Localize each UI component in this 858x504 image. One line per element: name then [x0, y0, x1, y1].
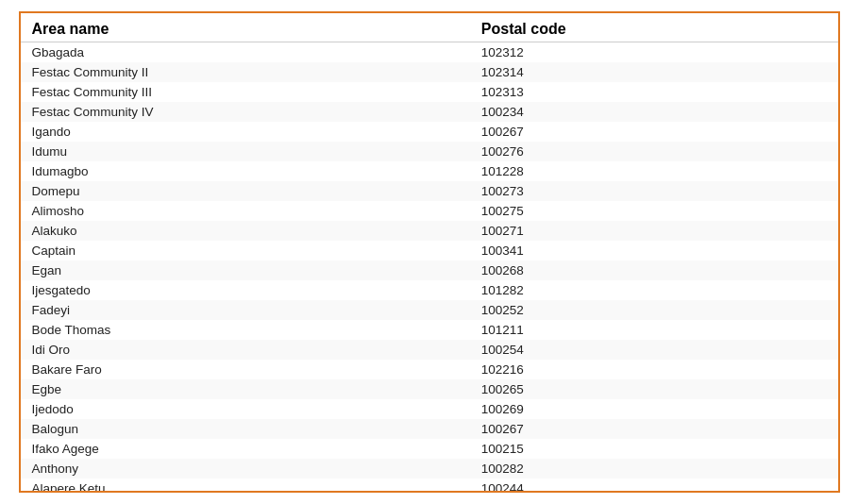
table-row: Egan100268: [21, 260, 838, 280]
table-row: Idi Oro100254: [21, 340, 838, 360]
table-row: Ifako Agege100215: [21, 439, 838, 459]
table-row: Balogun100267: [21, 419, 838, 439]
postal-code-header: Postal code: [470, 13, 838, 42]
postal-code-cell: 100244: [470, 479, 838, 493]
table-row: Fadeyi100252: [21, 300, 838, 320]
area-name-header: Area name: [21, 13, 470, 42]
table-row: Festac Community II102314: [21, 62, 838, 82]
table-row: Captain100341: [21, 241, 838, 260]
postal-code-cell: 100252: [470, 300, 838, 320]
postal-code-cell: 100282: [470, 459, 838, 479]
area-name-cell: Alakuko: [21, 221, 470, 241]
area-name-cell: Balogun: [21, 419, 470, 439]
postal-code-cell: 101211: [470, 320, 838, 340]
table-row: Igando100267: [21, 122, 838, 142]
area-name-cell: Alapere Ketu: [21, 479, 470, 493]
postal-code-cell: 100271: [470, 221, 838, 241]
postal-code-cell: 100265: [470, 379, 838, 399]
area-name-cell: Festac Community IV: [21, 102, 470, 122]
postal-code-cell: 100268: [470, 260, 838, 280]
postal-code-cell: 100269: [470, 399, 838, 419]
area-name-cell: Ijedodo: [21, 399, 470, 419]
postal-code-cell: 102312: [470, 42, 838, 63]
area-name-cell: Ijesgatedo: [21, 280, 470, 300]
postal-code-cell: 100267: [470, 419, 838, 439]
postal-code-cell: 102216: [470, 360, 838, 379]
table-row: Festac Community IV100234: [21, 102, 838, 122]
table-row: Egbe100265: [21, 379, 838, 399]
postal-code-cell: 100234: [470, 102, 838, 122]
area-name-cell: Gbagada: [21, 42, 470, 63]
table-row: Domepu100273: [21, 181, 838, 201]
postal-code-cell: 101228: [470, 161, 838, 181]
area-name-cell: Bode Thomas: [21, 320, 470, 340]
postal-code-table-container: Area name Postal code Gbagada102312Festa…: [19, 11, 840, 493]
area-name-cell: Egbe: [21, 379, 470, 399]
area-name-cell: Festac Community II: [21, 62, 470, 82]
area-name-cell: Captain: [21, 241, 470, 260]
postal-code-cell: 102313: [470, 82, 838, 102]
table-row: Alakuko100271: [21, 221, 838, 241]
area-name-cell: Idi Oro: [21, 340, 470, 360]
table-row: Alimosho100275: [21, 201, 838, 221]
table-row: Idumagbo101228: [21, 161, 838, 181]
table-row: Bakare Faro102216: [21, 360, 838, 379]
postal-code-cell: 101282: [470, 280, 838, 300]
table-row: Anthony100282: [21, 459, 838, 479]
postal-code-cell: 100254: [470, 340, 838, 360]
area-name-cell: Idumagbo: [21, 161, 470, 181]
postal-code-cell: 100215: [470, 439, 838, 459]
area-name-cell: Bakare Faro: [21, 360, 470, 379]
postal-code-cell: 100341: [470, 241, 838, 260]
postal-code-cell: 100276: [470, 142, 838, 161]
postal-code-cell: 102314: [470, 62, 838, 82]
table-row: Alapere Ketu100244: [21, 479, 838, 493]
area-name-cell: Domepu: [21, 181, 470, 201]
postal-code-table: Area name Postal code Gbagada102312Festa…: [21, 13, 838, 493]
area-name-cell: Igando: [21, 122, 470, 142]
postal-code-cell: 100275: [470, 201, 838, 221]
area-name-cell: Alimosho: [21, 201, 470, 221]
postal-code-cell: 100273: [470, 181, 838, 201]
table-row: Festac Community III102313: [21, 82, 838, 102]
area-name-cell: Egan: [21, 260, 470, 280]
area-name-cell: Anthony: [21, 459, 470, 479]
area-name-cell: Fadeyi: [21, 300, 470, 320]
table-row: Ijedodo100269: [21, 399, 838, 419]
table-row: Ijesgatedo101282: [21, 280, 838, 300]
postal-code-cell: 100267: [470, 122, 838, 142]
table-row: Idumu100276: [21, 142, 838, 161]
table-row: Gbagada102312: [21, 42, 838, 63]
area-name-cell: Idumu: [21, 142, 470, 161]
area-name-cell: Festac Community III: [21, 82, 470, 102]
area-name-cell: Ifako Agege: [21, 439, 470, 459]
table-row: Bode Thomas101211: [21, 320, 838, 340]
